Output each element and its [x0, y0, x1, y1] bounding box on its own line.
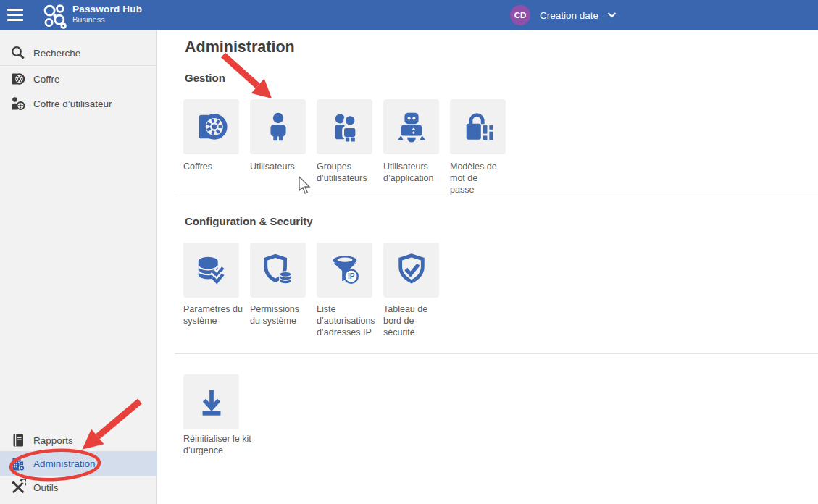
- sidebar-item-rapports[interactable]: Rapports: [0, 428, 157, 453]
- shield-check-icon: [395, 253, 428, 287]
- robot-icon: [395, 110, 428, 143]
- vault-icon: [10, 71, 26, 87]
- section-divider: [175, 353, 818, 354]
- user-icon: [262, 110, 295, 143]
- app-title: Password Hub Business: [72, 4, 142, 24]
- tile-label: Liste d’autorisations d’adresses IP: [317, 303, 379, 338]
- ip-allowlist-icon: iP: [328, 253, 362, 287]
- main-content: Administration Gestion: [157, 30, 818, 504]
- sidebar-item-label: Outils: [33, 482, 59, 493]
- tile-parametres-systeme[interactable]: [183, 243, 239, 298]
- tile-liste-autorisations-ip[interactable]: iP: [317, 243, 372, 298]
- tile-label: Tableau de bord de sécurité: [383, 303, 433, 338]
- password-hub-logo-icon: [41, 2, 69, 30]
- app-edition: Business: [72, 16, 142, 24]
- sidebar-item-label: Recherche: [33, 48, 80, 59]
- shield-database-icon: [262, 253, 295, 287]
- tile-modeles-mot-de-passe[interactable]: [450, 99, 506, 154]
- account-menu[interactable]: Creation date: [540, 0, 617, 30]
- reports-icon: [10, 432, 26, 448]
- tile-permissions-systeme[interactable]: [250, 243, 306, 298]
- tile-coffres[interactable]: [183, 99, 239, 154]
- tile-reinitialiser-kit-urgence[interactable]: [183, 374, 239, 429]
- sidebar-divider: [0, 65, 156, 66]
- section-heading-gestion: Gestion: [185, 72, 225, 84]
- tile-label: Utilisateurs d’application: [383, 161, 441, 184]
- account-menu-label: Creation date: [540, 10, 598, 21]
- section-divider: [175, 196, 818, 196]
- sidebar-item-coffre[interactable]: Coffre: [0, 67, 157, 91]
- avatar-initials: CD: [514, 11, 527, 20]
- tile-label: Utilisateurs: [250, 161, 309, 172]
- sidebar-item-label: Coffre d’utilisateur: [33, 98, 112, 109]
- app-name: Password Hub: [72, 4, 142, 14]
- tile-tableau-bord-securite[interactable]: [383, 243, 439, 298]
- tools-icon: [10, 479, 26, 495]
- password-template-icon: [462, 110, 495, 143]
- tile-label: Permissions du système: [250, 303, 308, 327]
- vault-icon: [195, 110, 228, 143]
- database-check-icon: [195, 253, 228, 287]
- tile-label: Modèles de mot de passe: [450, 161, 502, 196]
- sidebar-item-label: Administration: [33, 458, 96, 469]
- sidebar: Recherche Coffre: [0, 30, 157, 504]
- sidebar-item-label: Coffre: [33, 74, 60, 85]
- tile-utilisateurs-application[interactable]: [383, 99, 439, 154]
- tile-label: Paramètres du système: [183, 303, 246, 327]
- hamburger-menu-icon[interactable]: [7, 9, 23, 22]
- tile-label: Réinitialiser le kit d’urgence: [183, 433, 253, 456]
- page-title: Administration: [185, 38, 295, 56]
- sidebar-item-outils[interactable]: Outils: [0, 475, 157, 500]
- section-heading-configuration-security: Configuration & Security: [185, 215, 313, 227]
- tile-utilisateurs[interactable]: [250, 99, 306, 154]
- download-icon: [195, 385, 228, 419]
- tile-label: Groupes d’utilisateurs: [317, 161, 375, 184]
- sidebar-item-coffre-utilisateur[interactable]: Coffre d’utilisateur: [0, 91, 157, 116]
- tile-groupes-utilisateurs[interactable]: [317, 99, 372, 154]
- top-bar: Password Hub Business CD Creation date: [0, 0, 818, 30]
- chevron-down-icon: [607, 12, 617, 18]
- sidebar-item-administration[interactable]: Administration: [0, 451, 157, 476]
- user-vault-icon: [10, 96, 26, 112]
- avatar[interactable]: CD: [510, 5, 530, 25]
- search-icon: [10, 45, 26, 61]
- tile-label: Coffres: [183, 161, 241, 172]
- users-group-icon: [328, 110, 362, 143]
- password-hub-admin-page: Password Hub Business CD Creation date R…: [0, 0, 818, 504]
- sidebar-item-recherche[interactable]: Recherche: [0, 41, 157, 65]
- sidebar-item-label: Rapports: [33, 435, 73, 446]
- svg-text:iP: iP: [347, 272, 354, 280]
- admin-building-icon: [10, 456, 26, 472]
